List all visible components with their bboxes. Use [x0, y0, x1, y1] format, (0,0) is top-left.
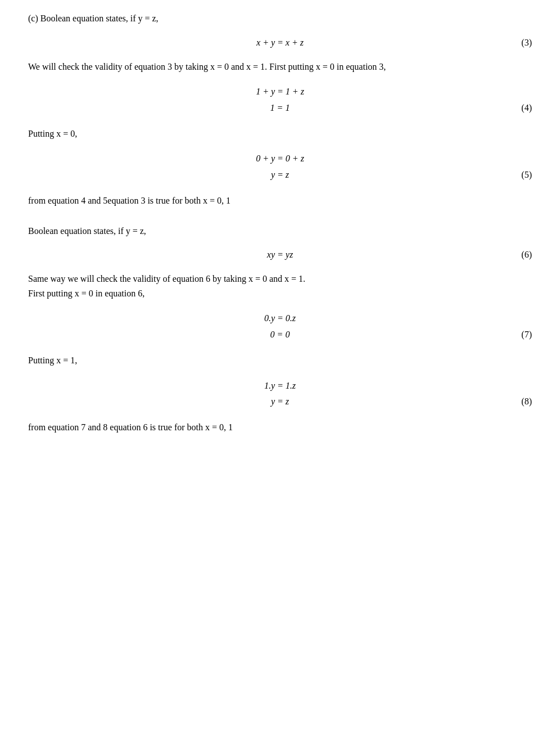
equation-3-number: (3) [521, 36, 532, 49]
paragraph-2: Putting x = 0, [28, 127, 532, 141]
equation-6-block: xy = yz (6) [28, 248, 532, 262]
equation-8-line2: y = z (8) [28, 394, 532, 410]
equation-3-content: x + y = x + z [28, 36, 532, 49]
equation-4-number: (4) [521, 100, 532, 116]
equation-7-line2: 0 = 0 (7) [28, 327, 532, 343]
equation-4-text-line2: 1 = 1 [270, 100, 290, 116]
paragraph-3-text: from equation 4 and 5equation 3 is true … [28, 196, 231, 205]
paragraph-1-text: We will check the validity of equation 3… [28, 62, 386, 71]
equation-3-block: x + y = x + z (3) [28, 36, 532, 49]
equation-6-text: xy = yz [267, 250, 293, 259]
equation-6-content: xy = yz [28, 248, 532, 262]
equation-4-line2: 1 = 1 (4) [28, 100, 532, 116]
paragraph-4-text: Boolean equation states, if y = z, [28, 226, 146, 236]
section-c-intro: (c) Boolean equation states, if y = z, [28, 11, 532, 26]
paragraph-5: Same way we will check the validity of e… [28, 272, 532, 300]
paragraph-7: from equation 7 and 8 equation 6 is true… [28, 420, 532, 435]
equation-5-line1: 0 + y = 0 + z [28, 151, 532, 167]
paragraph-5-line1: Same way we will check the validity of e… [28, 274, 305, 283]
paragraph-7-text: from equation 7 and 8 equation 6 is true… [28, 422, 233, 432]
paragraph-5-line2: First putting x = 0 in equation 6, [28, 289, 144, 298]
equation-5-line2: y = z (5) [28, 167, 532, 183]
paragraph-1: We will check the validity of equation 3… [28, 60, 532, 74]
equation-8-text-line1: 1.y = 1.z [264, 378, 296, 394]
equation-4-line1: 1 + y = 1 + z [28, 84, 532, 100]
equation-5-group: 0 + y = 0 + z y = z (5) [28, 151, 532, 183]
equation-7-text-line2: 0 = 0 [270, 327, 290, 343]
equation-4-group: 1 + y = 1 + z 1 = 1 (4) [28, 84, 532, 116]
equation-6-number: (6) [521, 248, 532, 262]
section-c-text: (c) Boolean equation states, if y = z, [28, 13, 159, 23]
equation-8-line1: 1.y = 1.z [28, 378, 532, 394]
equation-3-text: x + y = x + z [256, 38, 304, 47]
equation-8-number: (8) [521, 394, 532, 410]
page-content: (c) Boolean equation states, if y = z, x… [28, 11, 532, 435]
equation-7-number: (7) [521, 327, 532, 343]
equation-7-text-line1: 0.y = 0.z [264, 310, 296, 327]
paragraph-4: Boolean equation states, if y = z, [28, 224, 532, 238]
paragraph-2-text: Putting x = 0, [28, 129, 77, 138]
equation-8-text-line2: y = z [271, 394, 289, 410]
equation-5-text-line1: 0 + y = 0 + z [256, 151, 304, 167]
equation-8-group: 1.y = 1.z y = z (8) [28, 378, 532, 411]
equation-7-group: 0.y = 0.z 0 = 0 (7) [28, 310, 532, 343]
equation-7-line1: 0.y = 0.z [28, 310, 532, 327]
paragraph-6-text: Putting x = 1, [28, 355, 77, 365]
paragraph-6: Putting x = 1, [28, 353, 532, 368]
equation-5-number: (5) [521, 167, 532, 183]
paragraph-3: from equation 4 and 5equation 3 is true … [28, 193, 532, 208]
equation-5-text-line2: y = z [271, 167, 289, 183]
equation-4-text-line1: 1 + y = 1 + z [256, 84, 304, 100]
